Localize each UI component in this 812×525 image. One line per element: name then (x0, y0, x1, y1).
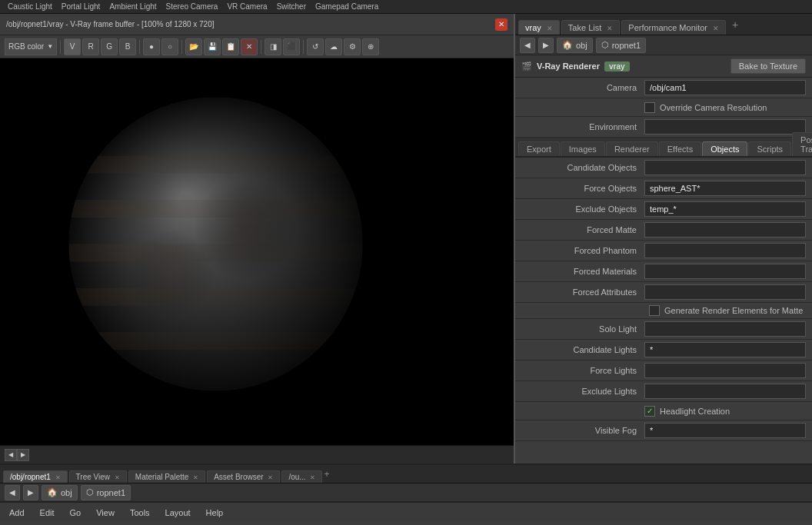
menu-tools[interactable]: Tools (125, 507, 155, 519)
force-objects-value: sphere_AST* (650, 184, 700, 193)
bottom-path-forward-button[interactable]: ▶ (23, 485, 38, 500)
tab-take-list-close-icon[interactable]: ✕ (607, 25, 613, 32)
menu-view[interactable]: View (92, 507, 119, 519)
tab-take-list[interactable]: Take List ✕ (561, 20, 620, 35)
force-objects-input[interactable]: sphere_AST* (644, 181, 806, 196)
tool-expand[interactable]: ⊕ (362, 38, 379, 55)
top-switcher[interactable]: Switcher (274, 2, 309, 11)
forced-matte-input[interactable] (644, 222, 806, 238)
color-mode-dropdown[interactable]: RGB color ▼ (5, 38, 57, 55)
bottom-tab-ou[interactable]: /ou... ✕ (281, 470, 322, 483)
bottom-tab-tree-view[interactable]: Tree View ✕ (69, 470, 127, 483)
headlight-creation-row: Headlight Creation (515, 402, 812, 420)
tool-settings[interactable]: ⚙ (344, 38, 361, 55)
bottom-tab-asset-browser[interactable]: Asset Browser ✕ (207, 470, 280, 483)
tab-vray-close-icon[interactable]: ✕ (547, 25, 553, 32)
tool-vray-logo[interactable]: V (64, 38, 81, 55)
menu-go[interactable]: Go (65, 507, 86, 519)
top-caustic-light[interactable]: Caustic Light (5, 2, 55, 11)
frame-buffer-toolbar: RGB color ▼ V R G B ● ○ 📂 💾 📋 ✕ ◨ ⬛ ↺ ☁ … (0, 35, 514, 58)
bottom-tab-asset-close[interactable]: ✕ (268, 474, 273, 481)
candidate-objects-input[interactable] (644, 160, 806, 175)
tab-effects[interactable]: Effects (659, 141, 701, 156)
bottom-tab-ou-close[interactable]: ✕ (310, 474, 315, 481)
tab-export[interactable]: Export (518, 141, 560, 156)
tool-g-channel[interactable]: G (101, 38, 118, 55)
top-stereo-camera[interactable]: Stereo Camera (163, 2, 221, 11)
forced-phantom-input[interactable] (644, 243, 806, 258)
solo-light-input[interactable] (644, 321, 806, 337)
bake-to-texture-button[interactable]: Bake to Texture (730, 58, 806, 74)
menu-layout[interactable]: Layout (161, 507, 195, 519)
tab-objects[interactable]: Objects (702, 141, 747, 156)
tool-circle-full[interactable]: ● (143, 38, 160, 55)
top-ambient-light[interactable]: Ambient Light (106, 2, 159, 11)
camera-value[interactable]: /obj/cam1 (644, 80, 806, 95)
tool-b-channel[interactable]: B (119, 38, 136, 55)
tab-performance-monitor[interactable]: Performance Monitor ✕ (621, 20, 726, 35)
menu-help[interactable]: Help (201, 507, 228, 519)
path-back-button[interactable]: ◀ (520, 38, 535, 53)
tab-images[interactable]: Images (561, 141, 605, 156)
menu-edit[interactable]: Edit (35, 507, 59, 519)
generate-render-elements-checkbox[interactable] (649, 305, 660, 316)
tool-reload[interactable]: ↺ (307, 38, 324, 55)
tool-circle-empty[interactable]: ○ (161, 38, 178, 55)
forced-materials-input[interactable] (644, 264, 806, 279)
candidate-lights-label: Candidate Lights (521, 345, 644, 354)
bottom-tab-ropnet1[interactable]: /obj/ropnet1 ✕ (3, 470, 68, 483)
bottom-tab-ropnet1-label: /obj/ropnet1 (10, 473, 51, 481)
exclude-objects-input[interactable]: temp_* (644, 201, 806, 217)
tool-open-folder[interactable]: 📂 (185, 38, 202, 55)
bottom-tab-tree-close[interactable]: ✕ (115, 474, 120, 481)
candidate-lights-input[interactable]: * (644, 342, 806, 357)
tab-perf-close-icon[interactable]: ✕ (713, 25, 719, 32)
headlight-creation-label: Headlight Creation (660, 407, 730, 416)
bottom-home-icon: 🏠 (47, 487, 58, 497)
bottom-tab-material-palette[interactable]: Material Palette ✕ (128, 470, 205, 483)
color-mode-label: RGB color (8, 42, 44, 51)
tool-render-region[interactable]: ⬛ (283, 38, 300, 55)
nav-left-button[interactable]: ◀ (5, 449, 17, 461)
tool-compare[interactable]: ◨ (265, 38, 281, 55)
bottom-path-obj-crumb[interactable]: 🏠 obj (42, 485, 78, 500)
override-camera-checkbox[interactable] (644, 102, 655, 113)
tab-scripts[interactable]: Scripts (748, 141, 791, 156)
tool-save[interactable]: 💾 (204, 38, 221, 55)
force-lights-input[interactable] (644, 363, 806, 378)
top-gamepad-camera[interactable]: Gamepad Camera (312, 2, 381, 11)
tool-save-as[interactable]: 📋 (222, 38, 239, 55)
tool-cloud[interactable]: ☁ (325, 38, 342, 55)
frame-buffer-close-button[interactable]: ✕ (495, 18, 508, 31)
path-node-crumb[interactable]: ⬡ ropnet1 (596, 38, 646, 53)
camera-value-text: /obj/cam1 (650, 83, 687, 92)
solo-light-label: Solo Light (521, 324, 644, 334)
nav-right-button[interactable]: ▶ (17, 449, 29, 461)
tool-r-channel[interactable]: R (82, 38, 99, 55)
visible-fog-input[interactable]: * (644, 423, 806, 438)
top-vr-camera[interactable]: VR Camera (224, 2, 270, 11)
menu-add[interactable]: Add (5, 507, 29, 519)
forced-attributes-input[interactable] (644, 284, 806, 300)
environment-value[interactable] (644, 119, 806, 135)
path-forward-button[interactable]: ▶ (538, 38, 554, 53)
tab-post-trans[interactable]: Post Trans (792, 132, 812, 156)
headlight-creation-checkbox[interactable] (644, 406, 655, 417)
bottom-tab-ropnet1-close[interactable]: ✕ (55, 474, 61, 481)
top-portal-light[interactable]: Portal Light (58, 2, 104, 11)
tab-vray[interactable]: vray ✕ (518, 20, 560, 35)
bottom-path-node-crumb[interactable]: ⬡ ropnet1 (81, 485, 131, 500)
add-tab-button[interactable]: + (727, 17, 743, 32)
frame-buffer-panel: /obj/ropnet1/vray - V-Ray frame buffer -… (0, 14, 515, 464)
add-bottom-tab-button[interactable]: + (324, 469, 329, 480)
forced-attributes-label: Forced Attributes (521, 287, 644, 297)
visible-fog-row: Visible Fog * (515, 420, 812, 441)
tab-renderer[interactable]: Renderer (606, 141, 658, 156)
bottom-path-back-button[interactable]: ◀ (5, 485, 20, 500)
exclude-objects-label: Exclude Objects (521, 204, 644, 214)
override-camera-row: Override Camera Resolution (515, 98, 812, 117)
bottom-tab-material-close[interactable]: ✕ (193, 474, 198, 481)
exclude-lights-input[interactable] (644, 384, 806, 399)
tool-clear[interactable]: ✕ (241, 38, 258, 55)
path-obj-crumb[interactable]: 🏠 obj (557, 38, 593, 53)
